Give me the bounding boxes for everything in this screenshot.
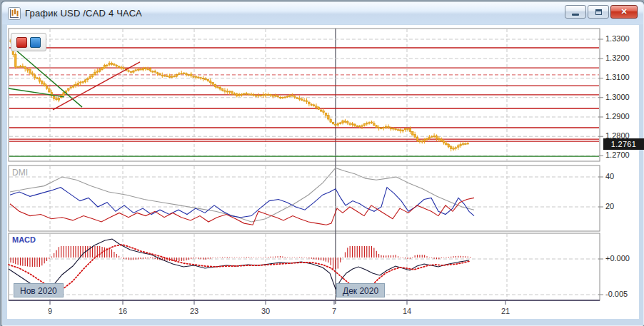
candle-body (166, 76, 168, 76)
minimize-button[interactable] (565, 5, 586, 19)
candle-body (279, 97, 281, 98)
candle-body (301, 99, 303, 101)
candle-body (221, 88, 223, 91)
close-button[interactable]: ✕ (610, 5, 638, 19)
maximize-button[interactable] (588, 5, 609, 19)
date-axis-label: 30 (261, 307, 270, 315)
candle-body (17, 66, 19, 67)
candle-body (308, 102, 311, 104)
candle-body (414, 135, 416, 138)
candle-body (450, 147, 452, 149)
candle-body (316, 106, 318, 108)
price-axis-label: 1.2900 (605, 112, 630, 121)
price-axis-label: 1.2700 (605, 151, 630, 159)
candle-body (217, 87, 219, 88)
candle-body (26, 69, 29, 71)
candle-body (214, 84, 216, 86)
candle-body (448, 144, 450, 147)
candle-body (284, 97, 286, 98)
candle-body (366, 123, 368, 124)
current-price-badge: 1.2761 (603, 138, 644, 150)
candle-body (207, 79, 209, 81)
candle-body (373, 123, 376, 126)
candle-body (428, 138, 431, 139)
candle-body (29, 70, 31, 73)
candle-body (354, 124, 356, 126)
candle-body (46, 86, 48, 88)
titlebar[interactable]: График USD /CAD 4 ЧАСА ✕ (2, 2, 643, 24)
red-marker-button[interactable] (16, 37, 27, 48)
candle-body (91, 74, 94, 76)
candle-body (152, 71, 154, 72)
candle-body (156, 73, 159, 74)
candle-body (385, 127, 387, 128)
candle-body (347, 122, 349, 123)
candle-body (231, 92, 233, 94)
candle-body (193, 76, 195, 77)
candle-body (137, 69, 139, 70)
candle-body (423, 140, 426, 141)
candle-body (236, 94, 238, 96)
candle-body (104, 65, 106, 68)
candle-body (209, 81, 211, 83)
candle-body (176, 75, 178, 76)
candle-body (311, 104, 313, 105)
candle-body (224, 91, 226, 91)
candle-body (404, 128, 406, 130)
macd-panel-label: MACD (12, 235, 36, 244)
candle-body (14, 54, 16, 66)
chart-window: График USD /CAD 4 ЧАСА ✕ DMI MACD Нов 20… (1, 1, 644, 326)
candle-body (381, 128, 383, 128)
candle-body (323, 111, 325, 113)
candle-body (438, 138, 441, 140)
date-axis-label: 23 (190, 307, 198, 315)
candle-body (363, 123, 366, 125)
candle-body (253, 95, 255, 96)
candle-body (186, 73, 188, 75)
candle-body (248, 94, 250, 95)
candle-body (313, 105, 315, 106)
candle-body (144, 68, 146, 69)
candle-body (390, 128, 392, 129)
candle-body (258, 96, 260, 96)
candle-body (436, 136, 438, 138)
candle-body (178, 73, 181, 74)
candle-body (330, 119, 332, 122)
candle-body (111, 63, 113, 64)
candle-body (416, 137, 418, 140)
minimize-icon (572, 14, 579, 16)
candle-body (39, 78, 41, 81)
candle-body (291, 96, 293, 96)
candle-body (265, 94, 267, 96)
candle-body (443, 141, 445, 143)
price-axis-label: 1.3200 (605, 54, 630, 62)
candle-body (19, 66, 21, 67)
candle-body (397, 130, 399, 131)
candle-body (147, 69, 149, 70)
candle-body (181, 73, 183, 74)
candle-body (171, 76, 173, 77)
dmi-panel-label: DMI (12, 168, 28, 178)
candle-body (337, 123, 339, 125)
candle-body (70, 87, 72, 88)
date-axis-label: 14 (403, 307, 411, 315)
candle-body (433, 136, 436, 137)
candle-body (130, 71, 132, 72)
candle-body (270, 95, 272, 96)
candle-body (296, 98, 298, 98)
price-axis-label: 1.3100 (605, 73, 630, 81)
candle-body (465, 143, 467, 144)
candle-body (114, 64, 116, 65)
candle-body (233, 93, 236, 94)
blue-marker-button[interactable] (30, 37, 41, 48)
candle-body (356, 126, 358, 127)
candle-body (272, 96, 274, 96)
candle-body (267, 95, 269, 96)
candle-body (318, 107, 320, 109)
candle-body (251, 94, 253, 95)
candle-body (140, 69, 142, 70)
candle-body (89, 76, 91, 78)
candle-body (183, 73, 185, 73)
candle-body (228, 91, 231, 92)
candle-body (243, 93, 246, 94)
